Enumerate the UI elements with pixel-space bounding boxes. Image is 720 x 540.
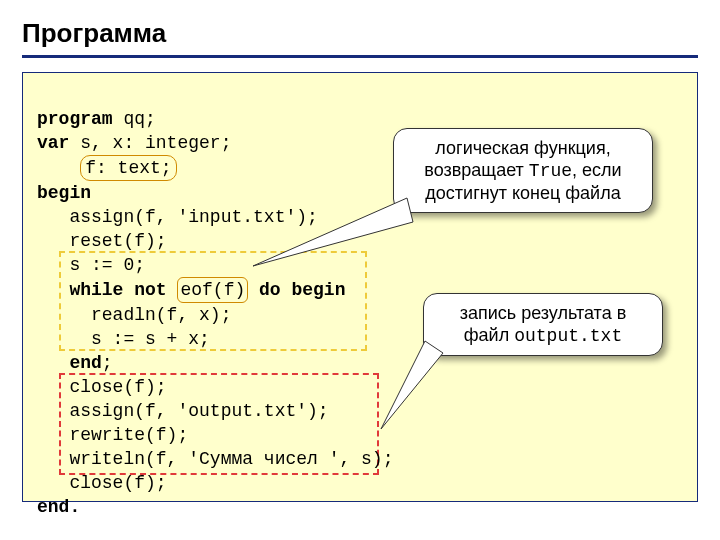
code-line: rewrite(f); bbox=[37, 425, 188, 445]
code-line: var s, x: integer; bbox=[37, 133, 231, 153]
callout-mono: output.txt bbox=[514, 326, 622, 346]
code-line: program qq; bbox=[37, 109, 156, 129]
code-line: readln(f, x); bbox=[37, 305, 231, 325]
code-line: s := s + x; bbox=[37, 329, 210, 349]
callout-line: логическая функция, bbox=[408, 137, 638, 159]
callout-line: файл output.txt bbox=[438, 324, 648, 347]
code-line: writeln(f, 'Сумма чисел ', s); bbox=[37, 449, 393, 469]
callout-line: запись результата в bbox=[438, 302, 648, 324]
code-panel: program qq; var s, x: integer; f: text; … bbox=[22, 72, 698, 502]
code-text: qq; bbox=[113, 109, 156, 129]
callout-output: запись результата в файл output.txt bbox=[423, 293, 663, 356]
eof-highlight: eof(f) bbox=[177, 277, 248, 303]
code-indent bbox=[37, 280, 69, 300]
code-indent bbox=[37, 353, 69, 373]
callout-eof: логическая функция, возвращает True, есл… bbox=[393, 128, 653, 213]
kw-dobegin: do begin bbox=[248, 280, 345, 300]
kw-end: end bbox=[69, 353, 101, 373]
code-line: end; bbox=[37, 353, 113, 373]
code-text: ; bbox=[102, 353, 113, 373]
kw-begin: begin bbox=[37, 183, 91, 203]
kw-end-dot: end. bbox=[37, 497, 80, 517]
callout-text: , если bbox=[572, 160, 622, 180]
callout-text: возвращает bbox=[424, 160, 528, 180]
callout-line: возвращает True, если bbox=[408, 159, 638, 182]
code-line: assign(f, 'input.txt'); bbox=[37, 207, 318, 227]
callout-text: файл bbox=[464, 325, 514, 345]
code-line: while not eof(f) do begin bbox=[37, 280, 345, 300]
page-title: Программа bbox=[22, 18, 698, 49]
code-line: reset(f); bbox=[37, 231, 167, 251]
code-line: f: text; bbox=[37, 158, 177, 178]
code-indent bbox=[37, 158, 80, 178]
slide: Программа program qq; var s, x: integer;… bbox=[0, 0, 720, 540]
title-rule bbox=[22, 55, 698, 58]
code-line: s := 0; bbox=[37, 255, 145, 275]
callout-line: достигнут конец файла bbox=[408, 182, 638, 204]
kw-while: while not bbox=[69, 280, 177, 300]
code-text: s, x: integer; bbox=[69, 133, 231, 153]
code-line: close(f); bbox=[37, 473, 167, 493]
kw-var: var bbox=[37, 133, 69, 153]
kw-program: program bbox=[37, 109, 113, 129]
file-decl-highlight: f: text; bbox=[80, 155, 176, 181]
code-line: close(f); bbox=[37, 377, 167, 397]
code-line: assign(f, 'output.txt'); bbox=[37, 401, 329, 421]
callout-mono: True bbox=[529, 161, 572, 181]
